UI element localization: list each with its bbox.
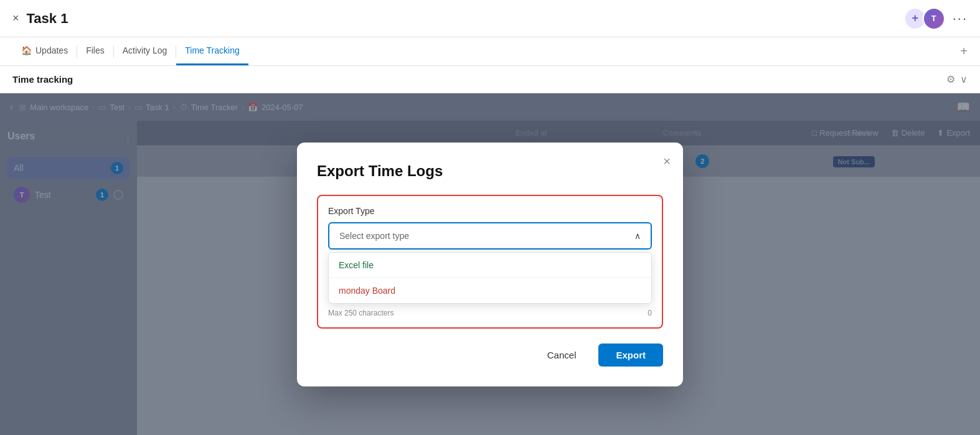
tab-updates-label: Updates [35,45,68,55]
avatar-group: + T [904,7,945,30]
user-avatar: T [923,7,945,30]
export-type-section: Export Type Select export type ∧ Excel f… [317,195,663,329]
modal-overlay: × Export Time Logs Export Type Select ex… [0,93,980,435]
add-tab-button[interactable]: + [960,44,968,58]
tab-bar: 🏠 Updates Files Activity Log Time Tracki… [0,37,980,66]
more-options-button[interactable]: ··· [953,11,968,27]
export-type-select[interactable]: Select export type ∧ [328,222,652,250]
export-type-placeholder: Select export type [339,231,409,241]
top-bar: × Task 1 + T ··· [0,0,980,37]
option-excel-file[interactable]: Excel file [329,253,651,278]
export-type-dropdown: Excel file monday Board [328,252,652,304]
section-title: Time tracking [12,74,73,85]
option-excel-label: Excel file [339,260,374,270]
option-monday-board[interactable]: monday Board [329,278,651,303]
section-header: Time tracking ⚙ ∨ [0,66,980,93]
tab-time-tracking-label: Time Tracking [185,45,239,55]
cancel-button[interactable]: Cancel [532,344,591,367]
max-chars-row: Max 250 characters 0 [328,309,652,317]
home-icon: 🏠 [21,45,32,55]
modal-close-button[interactable]: × [663,155,671,167]
export-confirm-button[interactable]: Export [598,344,663,367]
export-type-label: Export Type [328,206,652,216]
tab-updates[interactable]: 🏠 Updates [12,37,77,65]
collapse-icon[interactable]: ∨ [960,73,968,85]
tab-activity-log[interactable]: Activity Log [114,37,176,65]
tab-files[interactable]: Files [77,37,113,65]
modal-footer: Cancel Export [317,344,663,367]
max-chars-count: 0 [648,309,652,317]
option-monday-label: monday Board [339,286,395,296]
modal-title: Export Time Logs [317,162,663,180]
close-icon[interactable]: × [12,12,19,25]
tab-files-label: Files [86,45,105,55]
max-chars-label: Max 250 characters [328,309,393,317]
task-title: Task 1 [27,11,68,27]
tab-time-tracking[interactable]: Time Tracking [176,37,248,65]
expand-icon[interactable]: ⚙ [946,73,955,85]
tab-activity-log-label: Activity Log [123,45,167,55]
export-time-logs-modal: × Export Time Logs Export Type Select ex… [297,143,683,386]
top-bar-right: + T ··· [904,7,968,30]
section-right: ⚙ ∨ [946,73,968,85]
chevron-up-icon: ∧ [634,231,641,241]
